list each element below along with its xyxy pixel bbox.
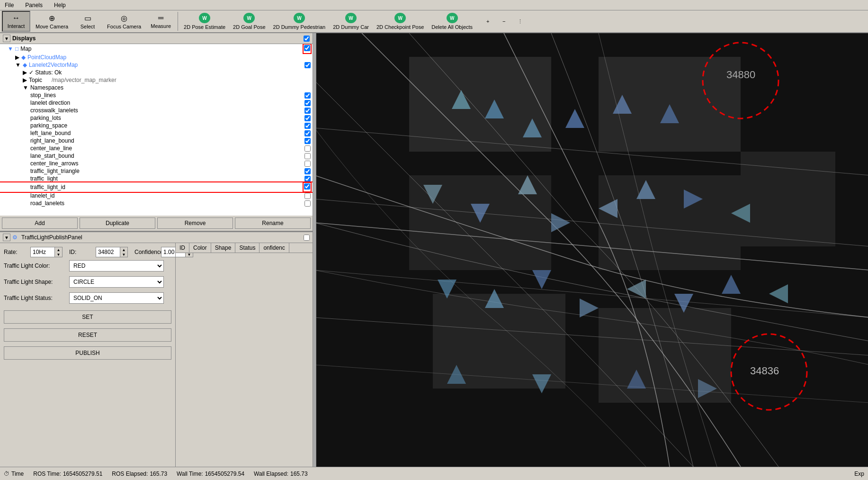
lane-start-checkbox[interactable] xyxy=(304,153,311,159)
center-lane-checkbox[interactable] xyxy=(304,145,311,152)
traffic-panel-collapse[interactable]: ▼ xyxy=(3,234,10,241)
lanelet-dir-label: lanelet direction xyxy=(30,100,70,106)
tl-id-checkbox[interactable] xyxy=(304,183,310,190)
status-expand-icon: ▶ xyxy=(23,69,27,76)
toolbar: ↔ Interact ⊕ Move Camera ▭ Select ◎ Focu… xyxy=(0,10,868,33)
status-label: ✓ Status: Ok xyxy=(29,69,62,76)
set-button[interactable]: SET xyxy=(4,310,171,324)
menu-panels[interactable]: Panels xyxy=(22,1,45,9)
topic-value: /map/vector_map_marker xyxy=(52,77,116,83)
tree-item-right-lane: right_lane_bound xyxy=(0,137,313,145)
lanelet-id-checkbox[interactable] xyxy=(304,193,311,199)
delete-all-label: Delete All Objects xyxy=(431,24,473,30)
measure-button[interactable]: ═ Measure xyxy=(146,11,175,32)
col-color: Color xyxy=(189,243,211,253)
menu-bar: File Panels Help xyxy=(0,0,868,10)
add-display-button[interactable]: Add xyxy=(2,217,78,229)
rate-input[interactable]: ▲ ▼ xyxy=(30,247,63,257)
menu-file[interactable]: File xyxy=(2,1,17,9)
delete-all-button[interactable]: W Delete All Objects xyxy=(428,11,476,32)
time-item: ⏱ Time xyxy=(4,471,24,477)
focus-camera-button[interactable]: ◎ Focus Camera xyxy=(103,11,145,32)
reset-button[interactable]: RESET xyxy=(4,328,171,342)
remove-button[interactable]: Remove xyxy=(157,217,233,229)
dots-button[interactable]: ⋮ xyxy=(513,11,527,32)
lanelet2-checkbox[interactable] xyxy=(304,62,311,68)
id-down[interactable]: ▼ xyxy=(120,252,127,257)
select-button[interactable]: ▭ Select xyxy=(73,11,102,32)
color-dropdown[interactable]: RED GREEN YELLOW UNKNOWN xyxy=(69,260,164,272)
map-checkbox[interactable] xyxy=(304,45,310,51)
menu-help[interactable]: Help xyxy=(51,1,69,9)
publish-button[interactable]: PUBLISH xyxy=(4,346,171,360)
tree-item-lanelet2[interactable]: ▼ ◆ Lanelet2VectorMap xyxy=(0,61,313,69)
col-id: ID xyxy=(176,243,189,253)
2d-dummy-ped-button[interactable]: W 2D Dummy Pedestrian xyxy=(270,11,329,32)
topic-label: Topic xyxy=(29,77,42,83)
id-label: ID: xyxy=(69,249,93,255)
parking-lots-checkbox[interactable] xyxy=(304,115,311,121)
col-shape: Shape xyxy=(211,243,236,253)
minus-button[interactable]: − xyxy=(497,11,511,32)
2d-dummy-car-button[interactable]: W 2D Dummy Car xyxy=(330,11,372,32)
center-arrows-label: center_line_arrows xyxy=(30,160,78,167)
rename-button[interactable]: Rename xyxy=(235,217,311,229)
add-button[interactable]: + xyxy=(481,11,495,32)
stop-lines-checkbox[interactable] xyxy=(304,92,311,99)
parking-space-checkbox[interactable] xyxy=(304,123,311,129)
svg-text:34880: 34880 xyxy=(726,69,755,81)
displays-panel: ▼ Displays ▼ □ Map ▶ xyxy=(0,33,313,232)
traffic-light-checkbox[interactable] xyxy=(304,176,311,182)
lanelet-dir-checkbox[interactable] xyxy=(304,100,311,106)
move-camera-button[interactable]: ⊕ Move Camera xyxy=(31,11,72,32)
rate-down[interactable]: ▼ xyxy=(54,252,62,257)
status-dropdown[interactable]: SOLID_ON SOLID_OFF FLASHING UNKNOWN xyxy=(69,292,164,304)
2d-pose-button[interactable]: W 2D Pose Estimate xyxy=(180,11,229,32)
duplicate-button[interactable]: Duplicate xyxy=(80,217,155,229)
id-up[interactable]: ▲ xyxy=(120,247,127,252)
traffic-light-label: traffic_light xyxy=(30,175,58,182)
map-label: Map xyxy=(20,45,31,52)
id-value[interactable] xyxy=(96,248,120,256)
traffic-panel-visible[interactable] xyxy=(304,235,310,241)
shape-dropdown[interactable]: CIRCLE LEFT_ARROW RIGHT_ARROW UP_ARROW D… xyxy=(69,276,164,288)
pointcloud-type-icon: ◆ xyxy=(21,54,26,61)
status-bar: ⏱ Time ROS Time: 1654505279.51 ROS Elaps… xyxy=(0,467,868,480)
tree-item-road-lanelets: road_lanelets xyxy=(0,199,313,207)
col-confidence: onfidenc xyxy=(260,243,289,253)
tl-id-label: traffic_light_id xyxy=(30,184,65,190)
wall-time-value: 1654505279.54 xyxy=(205,471,244,477)
tree-item-center-arrows: center_line_arrows xyxy=(0,160,313,167)
status-row: Traffic Light Status: SOLID_ON SOLID_OFF… xyxy=(4,292,171,304)
tree-item-lanelet-id: lanelet_id xyxy=(0,192,313,199)
displays-collapse-button[interactable]: ▼ xyxy=(3,35,10,42)
2d-goal-button[interactable]: W 2D Goal Pose xyxy=(230,11,268,32)
crosswalk-checkbox[interactable] xyxy=(304,108,311,114)
pointcloud-label: PointCloudMap xyxy=(27,54,66,61)
interact-label: Interact xyxy=(8,23,25,29)
center-arrows-checkbox[interactable] xyxy=(304,161,311,167)
tree-item-namespaces[interactable]: ▼ Namespaces xyxy=(0,84,313,91)
topic-expand-icon: ▶ xyxy=(23,77,27,83)
map-view[interactable]: 34880 34836 xyxy=(316,33,868,467)
id-input[interactable]: ▲ ▼ xyxy=(96,247,128,257)
right-lane-checkbox[interactable] xyxy=(304,138,311,144)
svg-rect-4 xyxy=(599,175,741,270)
tree-item-map[interactable]: ▼ □ Map xyxy=(0,44,313,54)
2d-pose-icon: W xyxy=(199,13,210,23)
table-header: ID Color Shape Status onfidenc xyxy=(176,243,313,253)
move-camera-icon: ⊕ xyxy=(49,14,55,23)
rate-up[interactable]: ▲ xyxy=(54,247,62,252)
rate-value[interactable] xyxy=(31,248,54,256)
tree-item-pointcloud[interactable]: ▶ ◆ PointCloudMap xyxy=(0,54,313,61)
tl-triangle-checkbox[interactable] xyxy=(304,168,311,174)
tl-id-checkbox-container xyxy=(304,183,311,191)
road-lanelets-checkbox[interactable] xyxy=(304,200,311,207)
ros-elapsed-value: 165.73 xyxy=(150,471,167,477)
select-icon: ▭ xyxy=(84,14,91,23)
panel-divider[interactable] xyxy=(313,33,316,467)
2d-checkpoint-button[interactable]: W 2D Checkpoint Pose xyxy=(373,11,427,32)
interact-button[interactable]: ↔ Interact xyxy=(2,11,30,32)
displays-visible-checkbox[interactable] xyxy=(304,36,310,42)
left-lane-checkbox[interactable] xyxy=(304,130,311,136)
